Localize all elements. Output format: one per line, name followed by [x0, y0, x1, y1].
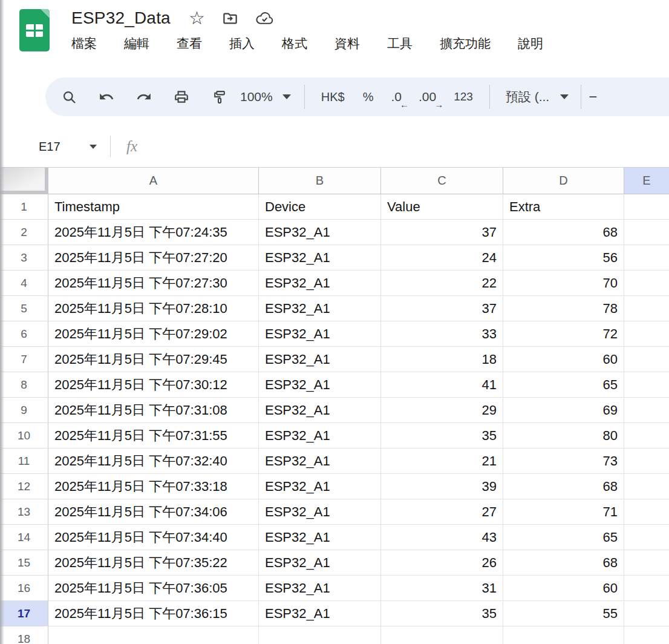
menu-tools[interactable]: 工具 [387, 35, 413, 52]
cell-timestamp[interactable]: 2025年11月5日 下午07:29:02 [48, 321, 259, 347]
column-header-C[interactable]: C [381, 168, 503, 194]
select-all-corner[interactable] [0, 168, 48, 194]
column-header-D[interactable]: D [503, 168, 624, 194]
row-header[interactable]: 18 [0, 626, 48, 644]
cell-empty[interactable] [624, 245, 669, 271]
row-header[interactable]: 7 [0, 347, 48, 372]
cell-timestamp[interactable]: Timestamp [48, 194, 259, 220]
cell-extra[interactable]: 60 [503, 576, 624, 601]
cell-value[interactable]: 41 [381, 372, 503, 398]
column-header-A[interactable]: A [48, 168, 259, 194]
row-header[interactable]: 8 [0, 372, 48, 398]
cell-empty[interactable] [624, 372, 669, 398]
cell-empty[interactable] [624, 525, 669, 550]
cell-device[interactable]: Device [259, 194, 381, 220]
cell-device[interactable]: ESP32_A1 [259, 347, 381, 372]
cell-timestamp[interactable]: 2025年11月5日 下午07:34:06 [48, 499, 259, 525]
menu-edit[interactable]: 編輯 [124, 35, 149, 52]
decrease-decimal-button[interactable]: .0← [382, 90, 410, 104]
cell-device[interactable]: ESP32_A1 [259, 423, 381, 448]
menu-extensions[interactable]: 擴充功能 [440, 35, 491, 52]
menu-format[interactable]: 格式 [282, 35, 307, 52]
menu-file[interactable]: 檔案 [71, 35, 97, 52]
cell-extra[interactable]: 78 [503, 296, 624, 321]
cell-extra[interactable]: 55 [503, 601, 624, 626]
cell-device[interactable] [259, 626, 381, 644]
cell-empty[interactable] [624, 194, 669, 220]
cell-timestamp[interactable]: 2025年11月5日 下午07:36:05 [48, 576, 259, 601]
cell-extra[interactable]: 65 [503, 525, 624, 550]
name-box-caret-icon[interactable] [90, 145, 97, 149]
cell-device[interactable]: ESP32_A1 [259, 398, 381, 423]
row-header[interactable]: 10 [0, 423, 48, 448]
column-header-E[interactable]: E [624, 168, 669, 194]
document-title[interactable]: ESP32_Data [71, 8, 171, 28]
cell-device[interactable]: ESP32_A1 [259, 601, 381, 626]
row-header[interactable]: 12 [0, 474, 48, 499]
cell-extra[interactable]: 71 [503, 499, 624, 525]
cell-value[interactable] [381, 626, 503, 644]
menu-view[interactable]: 查看 [177, 35, 202, 52]
print-button[interactable] [163, 82, 200, 111]
menu-data[interactable]: 資料 [334, 35, 360, 52]
cell-device[interactable]: ESP32_A1 [259, 220, 381, 245]
cell-value[interactable]: 26 [381, 550, 503, 576]
cell-timestamp[interactable]: 2025年11月5日 下午07:33:18 [48, 474, 259, 499]
cell-value[interactable]: 22 [381, 271, 503, 296]
cell-empty[interactable] [624, 499, 669, 525]
star-icon[interactable]: ☆ [189, 9, 205, 27]
cell-device[interactable]: ESP32_A1 [259, 474, 381, 499]
cell-empty[interactable] [624, 321, 669, 347]
font-selector[interactable]: 預設 (... [497, 88, 573, 105]
row-header[interactable]: 14 [0, 525, 48, 550]
cell-value[interactable]: Value [381, 194, 503, 220]
row-header[interactable]: 13 [0, 499, 48, 525]
cell-extra[interactable]: 65 [503, 372, 624, 398]
cloud-saved-icon[interactable] [255, 9, 273, 27]
row-header[interactable]: 6 [0, 321, 48, 347]
row-header[interactable]: 15 [0, 550, 48, 576]
cell-value[interactable]: 21 [381, 448, 503, 474]
more-formats-button[interactable]: 123 [445, 90, 482, 104]
cell-device[interactable]: ESP32_A1 [259, 321, 381, 347]
cell-timestamp[interactable]: 2025年11月5日 下午07:28:10 [48, 296, 259, 321]
cell-timestamp[interactable]: 2025年11月5日 下午07:34:40 [48, 525, 259, 550]
cell-timestamp[interactable]: 2025年11月5日 下午07:29:45 [48, 347, 259, 372]
cell-timestamp[interactable]: 2025年11月5日 下午07:32:40 [48, 448, 259, 474]
percent-format-button[interactable]: % [354, 90, 383, 104]
move-folder-icon[interactable] [222, 10, 238, 27]
row-header[interactable]: 3 [0, 245, 48, 271]
cell-value[interactable]: 29 [381, 398, 503, 423]
cell-extra[interactable]: 68 [503, 220, 624, 245]
redo-button[interactable] [125, 82, 163, 111]
name-box[interactable]: E17 [39, 140, 90, 154]
increase-decimal-button[interactable]: .00→ [410, 90, 445, 104]
cell-device[interactable]: ESP32_A1 [259, 296, 381, 321]
cell-extra[interactable] [503, 626, 624, 644]
cell-value[interactable]: 27 [381, 499, 503, 525]
cell-extra[interactable]: 69 [503, 398, 624, 423]
font-size-decrease-button[interactable]: − [589, 88, 597, 105]
paint-format-button[interactable] [200, 82, 238, 111]
cell-timestamp[interactable]: 2025年11月5日 下午07:24:35 [48, 220, 259, 245]
cell-extra[interactable]: 68 [503, 550, 624, 576]
zoom-control[interactable]: 100% [238, 90, 297, 104]
cell-timestamp[interactable]: 2025年11月5日 下午07:31:55 [48, 423, 259, 448]
cell-timestamp[interactable]: 2025年11月5日 下午07:31:08 [48, 398, 259, 423]
cell-empty[interactable] [624, 423, 669, 448]
column-header-B[interactable]: B [259, 168, 381, 194]
cell-empty[interactable] [624, 601, 669, 626]
cell-device[interactable]: ESP32_A1 [259, 550, 381, 576]
row-header[interactable]: 17 [0, 601, 48, 626]
cell-empty[interactable] [624, 296, 669, 321]
cell-device[interactable]: ESP32_A1 [259, 448, 381, 474]
cell-device[interactable]: ESP32_A1 [259, 245, 381, 271]
row-header[interactable]: 16 [0, 576, 48, 601]
cell-empty[interactable] [624, 550, 669, 576]
sheets-logo[interactable] [19, 9, 50, 51]
cell-timestamp[interactable]: 2025年11月5日 下午07:35:22 [48, 550, 259, 576]
cell-empty[interactable] [624, 347, 669, 372]
cell-empty[interactable] [624, 448, 669, 474]
cell-device[interactable]: ESP32_A1 [259, 525, 381, 550]
row-header[interactable]: 9 [0, 398, 48, 423]
